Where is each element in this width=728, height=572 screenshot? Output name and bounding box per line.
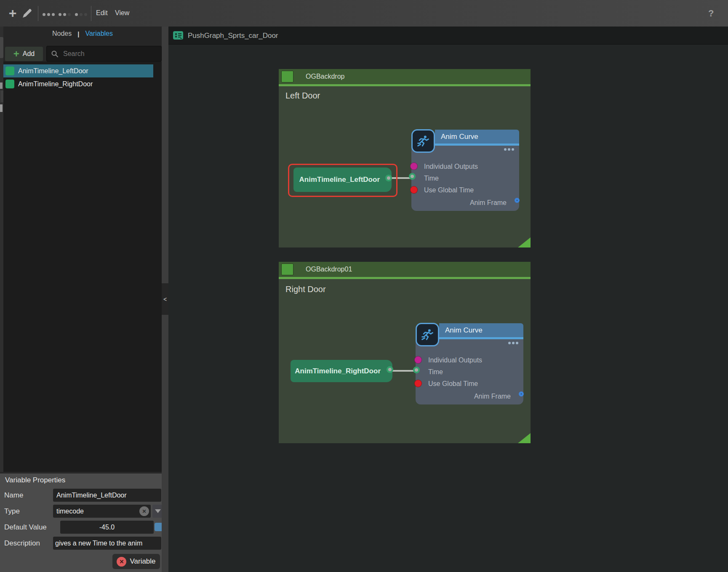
graph-tab-title[interactable]: PushGraph_Sprts_car_Door <box>188 27 278 45</box>
port-anim-frame[interactable] <box>515 198 520 203</box>
plus-icon[interactable]: + <box>6 6 19 20</box>
clear-type-icon[interactable]: ✕ <box>139 506 149 516</box>
description-label: Description <box>4 539 40 548</box>
port-time[interactable] <box>409 173 416 180</box>
node-title-bar[interactable]: Anim Curve <box>435 130 519 144</box>
tab-separator: | <box>77 30 79 37</box>
port-label: Anim Frame <box>470 199 507 207</box>
variable-output-port[interactable] <box>387 366 393 373</box>
layout-option-icon-2[interactable] <box>59 13 71 16</box>
node-menu-icon[interactable] <box>508 342 518 344</box>
edge-strip-mark <box>0 104 3 112</box>
backdrop-accent-line <box>279 277 531 279</box>
variable-search-box[interactable] <box>46 46 162 61</box>
layout-option-icon-1[interactable] <box>43 13 55 16</box>
backdrop-color-swatch <box>281 263 293 275</box>
anim-curve-runner-icon <box>411 129 435 153</box>
variable-type-swatch-icon <box>5 80 14 88</box>
port-label: Time <box>424 175 439 182</box>
anim-curve-node[interactable]: Anim Curve Individual Outputs Time Use G… <box>416 323 523 404</box>
search-input[interactable] <box>62 50 157 58</box>
node-menu-icon[interactable] <box>504 148 514 151</box>
name-label: Name <box>4 491 23 500</box>
backdrop-accent-line <box>279 84 531 86</box>
tab-variables[interactable]: Variables <box>85 30 113 37</box>
port-label: Individual Outputs <box>428 357 482 364</box>
plus-icon: + <box>13 49 19 59</box>
help-icon[interactable]: ? <box>708 8 714 19</box>
port-label: Individual Outputs <box>424 163 478 170</box>
top-toolbar: + Edit View ? <box>0 0 728 27</box>
chevron-down-icon <box>155 509 161 513</box>
variable-node-leftdoor[interactable]: AnimTimeline_LeftDoor <box>293 168 392 192</box>
port-use-global-time[interactable] <box>410 186 418 194</box>
properties-title: Variable Properties <box>5 476 65 484</box>
menu-view[interactable]: View <box>115 9 129 17</box>
backdrop-title: OGBackdrop01 <box>306 262 352 277</box>
backdrop-caption: Right Door <box>285 285 326 294</box>
pencil-icon[interactable] <box>21 8 33 19</box>
variable-type-swatch-icon <box>5 67 14 75</box>
collapse-panel-button[interactable]: < <box>162 283 168 315</box>
port-time[interactable] <box>413 367 420 373</box>
delete-variable-button[interactable]: ✕ Variable <box>112 554 160 569</box>
edge-strip-mark <box>0 90 3 102</box>
toolbar-divider <box>38 6 38 21</box>
variable-list-item[interactable]: AnimTimeline_RightDoor <box>3 77 153 90</box>
backdrop-resize-handle[interactable] <box>518 237 531 247</box>
port-individual-outputs[interactable] <box>414 356 422 364</box>
backdrop-caption: Left Door <box>285 91 320 101</box>
backdrop-header[interactable]: OGBackdrop01 <box>279 262 531 277</box>
description-field[interactable] <box>53 537 161 550</box>
port-anim-frame[interactable] <box>519 391 524 396</box>
node-accent-line <box>435 144 519 146</box>
port-label: Anim Frame <box>474 393 511 400</box>
graph-icon <box>173 30 184 41</box>
type-label: Type <box>4 507 20 516</box>
backdrop-color-swatch <box>281 71 293 82</box>
name-field[interactable] <box>53 489 161 502</box>
port-label: Use Global Time <box>424 186 474 194</box>
anim-curve-runner-icon <box>416 323 439 346</box>
type-field[interactable] <box>53 505 151 518</box>
delete-x-icon: ✕ <box>117 557 126 567</box>
sidebar-tab-bar: Nodes | Variables <box>3 27 162 41</box>
tab-nodes[interactable]: Nodes <box>52 30 72 37</box>
port-use-global-time[interactable] <box>414 380 422 387</box>
backdrop-title: OGBackdrop <box>306 69 344 84</box>
default-value-label: Default Value <box>4 523 47 532</box>
anim-curve-node[interactable]: Anim Curve Individual Outputs Time Use G… <box>411 129 519 211</box>
default-value-field[interactable] <box>60 521 154 534</box>
port-label: Use Global Time <box>428 380 478 388</box>
toolbar-divider <box>91 6 91 21</box>
backdrop-header[interactable]: OGBackdrop <box>279 69 531 84</box>
add-variable-button[interactable]: + Add <box>5 47 43 61</box>
search-icon <box>51 50 59 58</box>
node-title-bar[interactable]: Anim Curve <box>439 323 523 337</box>
edge-strip-mark <box>0 37 3 58</box>
port-label: Time <box>428 368 443 376</box>
variable-list-item[interactable]: AnimTimeline_LeftDoor <box>3 64 153 77</box>
edge-strip-mark <box>0 82 3 89</box>
variable-node-rightdoor[interactable]: AnimTimeline_RightDoor <box>291 360 392 382</box>
node-accent-line <box>439 337 523 339</box>
port-individual-outputs[interactable] <box>410 162 418 170</box>
variable-output-port[interactable] <box>385 175 392 181</box>
variable-list <box>3 61 162 472</box>
backdrop-resize-handle[interactable] <box>518 433 531 443</box>
app-window: + Edit View ? Nodes | Variables + Add <box>0 0 728 572</box>
menu-edit[interactable]: Edit <box>96 9 108 17</box>
layout-option-icon-3[interactable] <box>75 13 87 16</box>
